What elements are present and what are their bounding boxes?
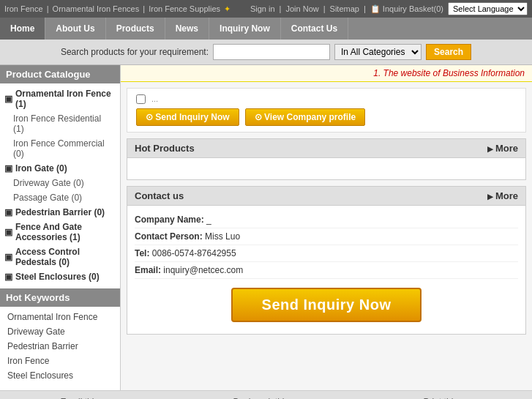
sidebar-item-pedestrian[interactable]: ▣ Pedestrian Barrier (0) — [0, 205, 120, 220]
company-name-label: Company Name: — [135, 215, 204, 225]
email-label: Email: — [135, 265, 161, 275]
company-name-value: _ — [206, 215, 211, 225]
company-buttons: ⊙ Send Inquiry Now ⊙ View Company profil… — [136, 108, 517, 126]
sidebar-item-residential[interactable]: Iron Fence Residential (1) — [0, 111, 120, 136]
topbar-link-supplies[interactable]: Iron Fence Supplies — [149, 4, 220, 13]
topbar-star: ✦ — [224, 4, 231, 13]
search-label: Search products for your requirement: — [61, 47, 209, 57]
nav-inquiry[interactable]: Inquiry Now — [209, 18, 281, 40]
info-bar: 1. The website of Business Information — [121, 65, 532, 82]
contact-more[interactable]: More — [487, 190, 518, 201]
hot-keywords-section: Hot Keywords Ornamental Iron Fence Drive… — [0, 288, 120, 383]
nav-news[interactable]: News — [165, 18, 209, 40]
minus-icon: ▣ — [4, 94, 12, 104]
top-bar: Iron Fence | Ornamental Iron Fences | Ir… — [0, 0, 532, 18]
minus-icon-3: ▣ — [4, 207, 12, 217]
sidebar-item-iron-gate[interactable]: ▣ Iron Gate (0) — [0, 161, 120, 176]
sidebar-item-access[interactable]: ▣ Access Control Pedestals (0) — [0, 245, 120, 269]
contact-company-name-row: Company Name: _ — [135, 212, 518, 228]
send-inquiry-small-button[interactable]: ⊙ Send Inquiry Now — [136, 108, 239, 126]
keyword-pedestrian[interactable]: Pedestrian Barrier — [0, 339, 120, 354]
hot-products-header: Hot Products More — [127, 138, 526, 158]
sign-in-link[interactable]: Sign in — [250, 4, 275, 13]
hot-products-body — [127, 158, 526, 180]
contact-person-value: Miss Luo — [205, 231, 240, 242]
hot-keywords-title: Hot Keywords — [0, 288, 120, 307]
top-bar-links: Iron Fence | Ornamental Iron Fences | Ir… — [4, 4, 232, 14]
keyword-driveway[interactable]: Driveway Gate — [0, 324, 120, 339]
top-bar-right: Sign in | Join Now | Sitemap | 📋 Inquiry… — [250, 2, 528, 15]
language-select[interactable]: Select Language — [448, 2, 528, 15]
inquiry-basket-link[interactable]: 📋 Inquiry Basket(0) — [370, 4, 443, 14]
minus-icon-4: ▣ — [4, 227, 12, 237]
minus-icon-2: ▣ — [4, 163, 12, 174]
nav-contact[interactable]: Contact Us — [281, 18, 348, 40]
search-bar: Search products for your requirement: In… — [0, 40, 532, 65]
join-now-link[interactable]: Join Now — [285, 4, 318, 13]
keyword-steel[interactable]: Steel Enclosures — [0, 368, 120, 383]
sidebar-item-passage-gate[interactable]: Passage Gate (0) — [0, 190, 120, 205]
company-dots: ... — [151, 94, 158, 103]
nav-home[interactable]: Home — [0, 18, 45, 40]
search-input[interactable] — [213, 44, 330, 60]
contact-person-row: Contact Person: Miss Luo — [135, 228, 518, 245]
contact-title: Contact us — [135, 190, 184, 201]
contact-tel-row: Tel: 0086-0574-87642955 — [135, 245, 518, 262]
main-nav: Home About Us Products News Inquiry Now … — [0, 18, 532, 40]
email-value: inquiry@netcec.com — [163, 265, 243, 275]
search-button[interactable]: Search — [426, 44, 471, 60]
topbar-link-iron-fence[interactable]: Iron Fence — [4, 4, 43, 13]
sidebar-item-ornamental[interactable]: ▣ Ornamental Iron Fence (1) — [0, 86, 120, 111]
sidebar: Product Catalogue ▣ Ornamental Iron Fenc… — [0, 65, 121, 390]
minus-icon-6: ▣ — [4, 272, 12, 282]
catalogue-title: Product Catalogue — [0, 65, 120, 83]
sitemap-link[interactable]: Sitemap — [330, 4, 359, 13]
keyword-ornamental[interactable]: Ornamental Iron Fence — [0, 310, 120, 324]
company-box: ... ⊙ Send Inquiry Now ⊙ View Company pr… — [127, 88, 526, 133]
category-select[interactable]: In All Categories — [334, 44, 422, 60]
send-inquiry-big-button[interactable]: Send Inquiry Now — [231, 288, 422, 322]
tel-label: Tel: — [135, 248, 149, 258]
sidebar-item-driveway-gate[interactable]: Driveway Gate (0) — [0, 176, 120, 190]
keyword-iron-fence[interactable]: Iron Fence — [0, 354, 120, 368]
tel-value: 0086-0574-87642955 — [152, 248, 236, 258]
sidebar-item-commercial[interactable]: Iron Fence Commercial (0) — [0, 136, 120, 161]
minus-icon-5: ▣ — [4, 252, 12, 262]
nav-about[interactable]: About Us — [45, 18, 105, 40]
big-inquiry-btn-wrap: Send Inquiry Now — [135, 279, 518, 328]
main-layout: Product Catalogue ▣ Ornamental Iron Fenc… — [0, 65, 532, 390]
hot-products-title: Hot Products — [135, 143, 195, 154]
contact-header: Contact us More — [127, 186, 526, 206]
company-checkbox-row: ... — [136, 94, 517, 104]
contact-email-row: Email: inquiry@netcec.com — [135, 262, 518, 279]
sidebar-item-fence-gate[interactable]: ▣ Fence And Gate Accessories (1) — [0, 220, 120, 245]
contact-body: Company Name: _ Contact Person: Miss Luo… — [127, 206, 526, 335]
nav-products[interactable]: Products — [106, 18, 165, 40]
contact-person-label: Contact Person: — [135, 231, 203, 242]
main-content: 1. The website of Business Information .… — [121, 65, 532, 390]
page-footer: Email this page Bookmark this page Print… — [0, 390, 532, 399]
hot-products-more[interactable]: More — [487, 143, 518, 154]
company-checkbox[interactable] — [136, 94, 146, 104]
view-profile-button[interactable]: ⊙ View Company profile — [245, 108, 365, 126]
topbar-link-ornamental[interactable]: Ornamental Iron Fences — [53, 4, 140, 13]
sidebar-item-steel[interactable]: ▣ Steel Enclosures (0) — [0, 269, 120, 284]
